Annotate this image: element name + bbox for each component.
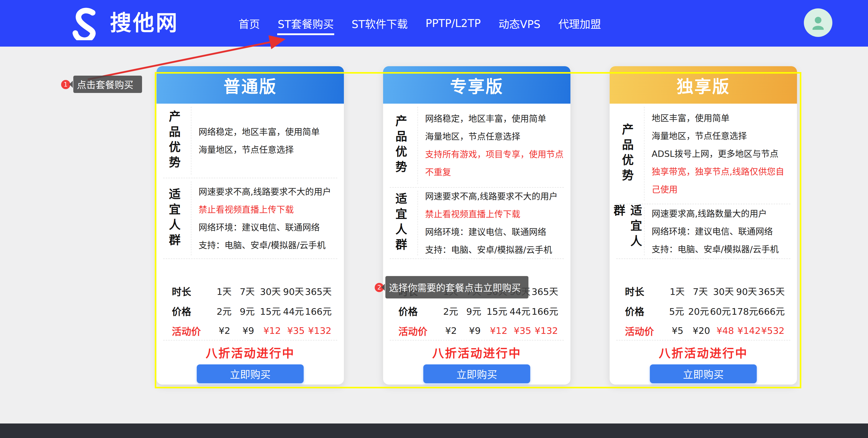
pricing-table: 时长 1天 7天 30天 90天 365天 价格 2元 9元 15元 44元 1…	[157, 259, 344, 340]
price-label: 价格	[172, 304, 213, 318]
duration-label: 时长	[625, 284, 665, 298]
audience-line: 网速要求不高,线路要求不大的用户	[198, 183, 341, 201]
activity-price-cell: ¥2	[439, 325, 463, 336]
nav-item-st-plans[interactable]: ST套餐购买	[277, 14, 334, 32]
advantages-section: 产品优势 地区丰富，使用简单 海量地区，节点任意选择 ADSL拨号上网，更多地区…	[610, 104, 797, 204]
duration-cell: 7天	[689, 284, 712, 297]
activity-price-label: 活动价	[625, 324, 665, 338]
plan-card-dedicated-header: 独享版	[610, 66, 797, 104]
audience-line: 网络环境：建议电信、联通网络	[425, 223, 568, 241]
user-avatar[interactable]	[804, 8, 832, 37]
advantage-line: 网络稳定，地区丰富，使用简单	[425, 110, 568, 127]
price-cell: 2元	[439, 304, 462, 317]
price-cell: 20元	[687, 304, 709, 317]
plan-card-dedicated: 独享版 产品优势 地区丰富，使用简单 海量地区，节点任意选择 ADSL拨号上网，…	[610, 66, 797, 384]
logo[interactable]: 搜他网	[68, 6, 179, 40]
logo-text: 搜他网	[110, 6, 179, 40]
activity-price-cell: ¥12	[260, 325, 284, 336]
activity-price-cell: ¥20	[689, 325, 713, 336]
activity-price-cell: ¥35	[284, 325, 308, 336]
nav-item-home[interactable]: 首页	[238, 14, 260, 32]
duration-cell: 90天	[735, 284, 758, 297]
audience-line: 网络环境：建议电信、联通网络	[198, 218, 341, 236]
promo-banner: 八折活动进行中	[610, 341, 797, 362]
duration-cell: 30天	[712, 284, 735, 297]
advantage-line-highlight: 独享带宽，独享节点,线路仅供您自	[652, 163, 795, 180]
advantage-line: 海量地区，节点任意选择	[652, 127, 795, 145]
step-1-badge: 1	[61, 80, 70, 89]
buy-now-button-dedicated[interactable]: 立即购买	[650, 364, 757, 383]
plan-card-standard-header: 普通版	[157, 66, 344, 104]
advantages-section: 产品优势 网络稳定，地区丰富，使用简单 海量地区，节点任意选择 支持所有游戏，项…	[383, 104, 570, 187]
activity-price-cell: ¥35	[510, 325, 534, 336]
advantage-line-highlight: 支持所有游戏，项目专享，使用节点	[425, 145, 568, 163]
advantage-line: ADSL拨号上网，更多地区与节点	[652, 145, 795, 163]
duration-row: 时长 1天 7天 30天 90天 365天	[157, 281, 344, 301]
price-cell: 666元	[758, 304, 785, 317]
logo-icon	[68, 6, 103, 40]
promo-banner: 八折活动进行中	[157, 341, 344, 362]
activity-price-label: 活动价	[172, 324, 213, 338]
activity-price-cell: ¥5	[665, 325, 689, 336]
activity-price-cell: ¥12	[487, 325, 510, 336]
advantages-label: 产品优势	[383, 104, 417, 187]
plan-card-exclusive: 专享版 产品优势 网络稳定，地区丰富，使用简单 海量地区，节点任意选择 支持所有…	[383, 66, 570, 384]
advantage-line-highlight: 己使用	[652, 180, 795, 198]
plan-card-exclusive-header: 专享版	[383, 66, 570, 104]
step-1-tooltip: 点击套餐购买	[73, 76, 142, 93]
activity-price-row: 活动价 ¥2 ¥9 ¥12 ¥35 ¥132	[383, 321, 570, 341]
advantage-line: 海量地区，节点任意选择	[425, 127, 568, 145]
duration-label: 时长	[172, 284, 213, 298]
duration-row: 时长 1天 7天 30天 90天 365天	[610, 281, 797, 301]
step-2-tooltip: 选择你需要的套餐点击立即购买	[385, 276, 528, 298]
navbar: 搜他网 首页 ST套餐购买 ST软件下载 PPTP/L2TP 动态VPS 代理加…	[0, 0, 868, 47]
plan-title: 普通版	[223, 73, 277, 97]
buy-now-button-exclusive[interactable]: 立即购买	[423, 364, 530, 383]
price-label: 价格	[398, 304, 439, 318]
price-row: 价格 5元 20元 60元 178元 666元	[610, 301, 797, 321]
price-cell: 60元	[709, 304, 731, 317]
advantages-label: 产品优势	[610, 104, 644, 204]
price-cell: 15元	[259, 304, 282, 317]
pricing-table: 时长 1天 7天 30天 90天 365天 价格 5元 20元 60元 178元…	[610, 259, 797, 340]
activity-price-row: 活动价 ¥2 ¥9 ¥12 ¥35 ¥132	[157, 321, 344, 341]
audience-line: 支持：电脑、安卓/模拟器/云手机	[425, 241, 568, 259]
price-row: 价格 2元 9元 15元 44元 166元	[157, 301, 344, 321]
nav-item-st-download[interactable]: ST软件下载	[351, 14, 408, 32]
advantages-section: 产品优势 网络稳定，地区丰富，使用简单 海量地区，节点任意选择	[157, 104, 344, 178]
advantages-label: 产品优势	[157, 104, 191, 178]
nav-item-agent[interactable]: 代理加盟	[558, 14, 601, 32]
audience-line-warning: 禁止看视频直播上传下载	[198, 201, 341, 218]
audience-line: 支持：电脑、安卓/模拟器/云手机	[652, 240, 795, 258]
audience-section: 适宜人群 网速要求不高,线路要求不大的用户 禁止看视频直播上传下载 网络环境：建…	[383, 188, 570, 259]
advantage-line-highlight: 不重复	[425, 163, 568, 181]
duration-cell: 1天	[213, 284, 236, 297]
advantage-line: 地区丰富，使用简单	[652, 109, 795, 127]
duration-cell: 1天	[665, 284, 689, 297]
price-row: 价格 2元 9元 15元 44元 166元	[383, 301, 570, 321]
activity-price-cell: ¥132	[308, 325, 332, 336]
nav-item-dynamic-vps[interactable]: 动态VPS	[498, 14, 541, 32]
price-cell: 2元	[213, 304, 236, 317]
price-cell: 166元	[305, 304, 332, 317]
person-icon	[810, 14, 826, 31]
buy-now-button-standard[interactable]: 立即购买	[197, 364, 304, 383]
activity-price-cell: ¥9	[463, 325, 487, 336]
price-cell: 44元	[282, 304, 305, 317]
activity-price-cell: ¥142	[737, 325, 761, 336]
pricing-table: 时长 1天 7天 30天 90天 365天 价格 2元 9元 15元 44元 1…	[383, 259, 570, 340]
audience-line: 网速要求不高,线路要求不大的用户	[425, 187, 568, 205]
price-cell: 44元	[508, 304, 531, 317]
activity-price-row: 活动价 ¥5 ¥20 ¥48 ¥142 ¥532	[610, 321, 797, 341]
audience-label: 适宜人群	[157, 178, 191, 259]
activity-price-cell: ¥132	[534, 325, 558, 336]
nav-item-pptp-l2tp[interactable]: PPTP/L2TP	[425, 16, 482, 31]
audience-line: 网络环境：建议电信、联通网络	[652, 223, 795, 240]
price-cell: 5元	[665, 304, 687, 317]
audience-section: 适宜人群 网速要求高,线路数量大的用户 网络环境：建议电信、联通网络 支持：电脑…	[610, 204, 797, 259]
duration-cell: 90天	[282, 284, 305, 297]
plan-title: 独享版	[677, 73, 730, 97]
advantage-line: 海量地区，节点任意选择	[198, 141, 341, 159]
activity-price-cell: ¥48	[713, 325, 737, 336]
duration-cell: 7天	[236, 284, 259, 297]
